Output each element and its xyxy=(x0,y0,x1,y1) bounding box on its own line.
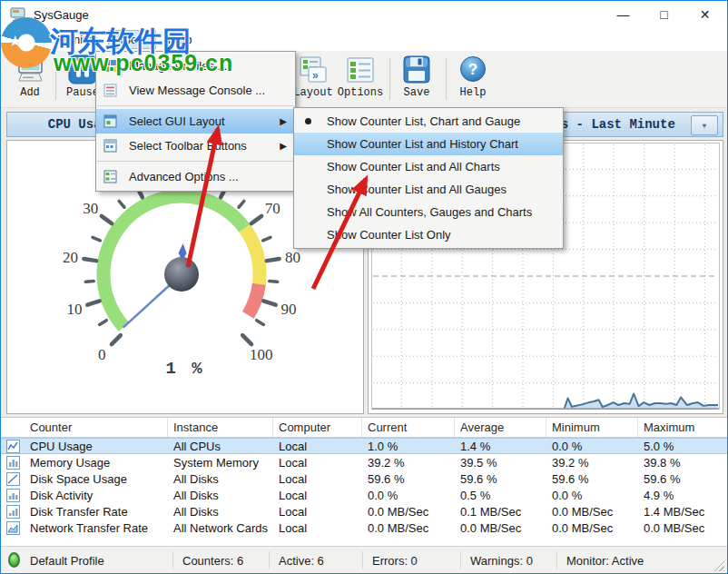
cell-computer: Local xyxy=(273,521,362,535)
cell-minimum: 0.0 MB/Sec xyxy=(546,505,638,519)
svg-text:10: 10 xyxy=(67,301,83,318)
cell-instance: All Disks xyxy=(168,489,273,502)
cell-computer: Local xyxy=(273,472,362,486)
table-row-disk-transfer-rate[interactable]: Disk Transfer Rate All Disks Local 0.0 M… xyxy=(1,503,727,520)
menu-item-label: Advanced Options ... xyxy=(129,170,239,183)
title-bar: SysGauge — □ ✕ xyxy=(1,1,727,28)
table-header: Counter Instance Computer Current Averag… xyxy=(1,418,727,438)
submenu-item-label: Show Counter List, Chart and Gauge xyxy=(327,114,520,128)
window-title: SysGauge xyxy=(34,8,89,22)
chart-options-dropdown[interactable]: ▼ xyxy=(691,115,718,135)
cell-average: 59.6 % xyxy=(455,472,546,486)
menu-help[interactable]: Help xyxy=(158,30,202,49)
cell-average: 1.4 % xyxy=(455,440,546,453)
add-button[interactable]: Add xyxy=(5,53,55,105)
save-button[interactable]: Save xyxy=(391,53,442,105)
submenu-item-label: Show Counter List and All Charts xyxy=(327,160,500,173)
help-icon: ? xyxy=(457,54,488,85)
menu-item-label: Select GUI Layout xyxy=(129,114,225,128)
menu-bar: File Monitor Tools Help xyxy=(1,28,727,51)
toolbar-buttons-icon xyxy=(103,139,117,153)
svg-text:»: » xyxy=(312,69,319,82)
status-warnings: Warnings: 0 xyxy=(461,551,557,569)
cell-minimum: 0.0 % xyxy=(546,440,638,453)
menu-item-select-toolbar-buttons[interactable]: Select Toolbar Buttons ▶ xyxy=(96,134,295,158)
icon-column-header xyxy=(1,418,25,437)
cell-computer: Local xyxy=(273,505,362,519)
cell-current: 0.0 MB/Sec xyxy=(362,505,455,519)
gauge-value-label: 1 % xyxy=(7,359,363,379)
help-button[interactable]: ? Help xyxy=(448,53,498,105)
submenu-item-counter-list-all-gauges[interactable]: Show Counter List and All Gauges xyxy=(294,178,563,201)
submenu-item-counter-list-only[interactable]: Show Counter List Only xyxy=(294,223,563,246)
column-header-current[interactable]: Current xyxy=(362,418,455,437)
cell-maximum: 0.0 MB/Sec xyxy=(638,521,727,535)
add-button-label: Add xyxy=(20,86,40,99)
table-row-cpu-usage[interactable]: CPU Usage All CPUs Local 1.0 % 1.4 % 0.0… xyxy=(1,438,727,454)
menu-item-label: View Message Console ... xyxy=(129,84,265,97)
cell-maximum: 59.6 % xyxy=(638,472,727,486)
cell-current: 0.0 % xyxy=(362,489,455,502)
pause-icon xyxy=(67,54,98,85)
cell-computer: Local xyxy=(273,489,362,502)
cell-counter: Network Transfer Rate xyxy=(25,521,168,535)
cell-instance: System Memory xyxy=(168,456,273,470)
menu-monitor[interactable]: Monitor xyxy=(47,30,106,49)
menu-file[interactable]: File xyxy=(6,30,45,49)
menu-tools[interactable]: Tools xyxy=(108,30,155,49)
cell-computer: Local xyxy=(273,440,362,453)
maximize-button[interactable]: □ xyxy=(644,1,684,28)
counters-table: Counter Instance Computer Current Averag… xyxy=(1,417,727,546)
close-button[interactable]: ✕ xyxy=(684,1,725,28)
area-chart-icon xyxy=(6,521,20,535)
sysgauge-window: SysGauge — □ ✕ File Monitor Tools Help A… xyxy=(0,0,728,574)
column-header-minimum[interactable]: Minimum xyxy=(546,418,638,437)
column-header-computer[interactable]: Computer xyxy=(273,418,362,437)
cell-current: 39.2 % xyxy=(362,456,455,470)
table-row-disk-space-usage[interactable]: Disk Space Usage All Disks Local 59.6 % … xyxy=(1,470,727,487)
gui-layout-submenu: Show Counter List, Chart and Gauge Show … xyxy=(293,107,564,249)
column-header-maximum[interactable]: Maximum xyxy=(638,418,727,437)
submenu-arrow-icon: ▶ xyxy=(280,116,287,126)
table-row-network-transfer-rate[interactable]: Network Transfer Rate All Network Cards … xyxy=(1,520,727,536)
column-header-average[interactable]: Average xyxy=(455,418,546,437)
menu-item-advanced-options[interactable]: Advanced Options ... xyxy=(96,164,295,189)
submenu-item-counter-list-all-charts[interactable]: Show Counter List and All Charts xyxy=(294,155,563,178)
status-monitor: Monitor: Active xyxy=(557,551,727,569)
line-chart-icon xyxy=(6,440,20,453)
status-errors: Errors: 0 xyxy=(363,551,461,569)
minimize-button[interactable]: — xyxy=(603,1,644,28)
status-counters: Counters: 6 xyxy=(173,551,270,569)
menu-item-select-gui-layout[interactable]: Select GUI Layout ▶ xyxy=(96,109,295,134)
cell-minimum: 0.0 % xyxy=(546,489,638,502)
cell-maximum: 1.4 MB/Sec xyxy=(638,505,727,519)
resize-grip[interactable] xyxy=(713,560,724,571)
svg-text:80: 80 xyxy=(285,249,300,266)
cell-current: 1.0 % xyxy=(362,440,455,453)
manage-profiles-icon xyxy=(103,59,117,73)
submenu-item-counter-list-history-chart[interactable]: Show Counter List and History Chart xyxy=(294,133,563,155)
svg-text:20: 20 xyxy=(63,249,78,266)
tools-menu: Manage Profiles ... View Message Console… xyxy=(95,51,296,192)
menu-item-manage-profiles[interactable]: Manage Profiles ... xyxy=(96,54,295,78)
pause-button-label: Pause xyxy=(66,86,99,99)
layout-icon: » xyxy=(298,54,329,85)
cell-average: 0.0 MB/Sec xyxy=(455,521,546,535)
submenu-item-counter-list-chart-gauge[interactable]: Show Counter List, Chart and Gauge xyxy=(294,110,563,133)
table-row-disk-activity[interactable]: Disk Activity All Disks Local 0.0 % 0.5 … xyxy=(1,487,727,503)
column-header-counter[interactable]: Counter xyxy=(25,418,168,437)
status-profile-label: Default Profile xyxy=(30,554,104,568)
cell-average: 39.5 % xyxy=(455,456,546,470)
cell-average: 0.1 MB/Sec xyxy=(455,505,546,519)
column-header-instance[interactable]: Instance xyxy=(168,418,273,437)
submenu-item-all-counters-gauges-charts[interactable]: Show All Counters, Gauges and Charts xyxy=(294,201,563,223)
cell-minimum: 59.6 % xyxy=(546,472,638,486)
table-row-memory-usage[interactable]: Memory Usage System Memory Local 39.2 % … xyxy=(1,454,727,470)
cell-instance: All CPUs xyxy=(168,440,273,453)
advanced-options-icon xyxy=(103,170,117,183)
menu-separator xyxy=(97,161,294,162)
help-button-label: Help xyxy=(460,86,487,99)
options-button[interactable]: Options xyxy=(335,53,386,105)
menu-item-view-message-console[interactable]: View Message Console ... xyxy=(96,78,295,103)
cell-minimum: 39.2 % xyxy=(546,456,638,470)
